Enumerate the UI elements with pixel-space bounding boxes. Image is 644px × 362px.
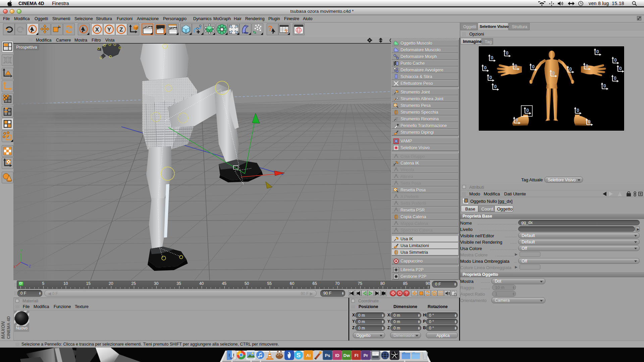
svg-text:0: 0 (516, 117, 518, 123)
svg-text:0: 0 (603, 83, 606, 88)
svg-text:0: 0 (569, 66, 572, 72)
svg-text:X: X (13, 265, 16, 269)
svg-text:Z: Z (119, 26, 123, 33)
svg-text:0: 0 (586, 63, 588, 69)
svg-text:0: 0 (577, 108, 579, 113)
svg-text:0: 0 (619, 66, 622, 71)
svg-text:0: 0 (532, 64, 535, 69)
svg-text:S: S (297, 352, 301, 359)
svg-text:0: 0 (506, 50, 508, 56)
svg-text:0: 0 (484, 65, 487, 70)
svg-text:0: 0 (465, 199, 467, 203)
svg-text:ID: ID (335, 353, 339, 358)
svg-text:0: 0 (614, 75, 616, 81)
svg-text:Pr: Pr (364, 353, 368, 358)
svg-text:0: 0 (515, 63, 517, 69)
svg-text:P: P (433, 292, 435, 295)
svg-text:Y: Y (20, 249, 22, 253)
svg-text:0: 0 (596, 49, 599, 54)
svg-text:0: 0 (552, 70, 555, 76)
svg-text:0: 0 (588, 119, 591, 124)
svg-text:Dw: Dw (343, 353, 350, 358)
svg-text:0: 0 (491, 55, 493, 60)
svg-text:T: T (395, 117, 398, 121)
svg-text:Z: Z (29, 264, 31, 268)
svg-text:Fl: Fl (355, 353, 359, 358)
svg-text:Ps: Ps (325, 353, 330, 358)
svg-text:0: 0 (526, 108, 529, 113)
svg-text:0: 0 (489, 75, 492, 80)
svg-text:Ai: Ai (306, 353, 311, 358)
svg-text:0: 0 (614, 57, 617, 63)
svg-text:0: 0 (494, 84, 497, 89)
svg-text:Y: Y (107, 26, 111, 33)
svg-text:X: X (95, 26, 99, 33)
